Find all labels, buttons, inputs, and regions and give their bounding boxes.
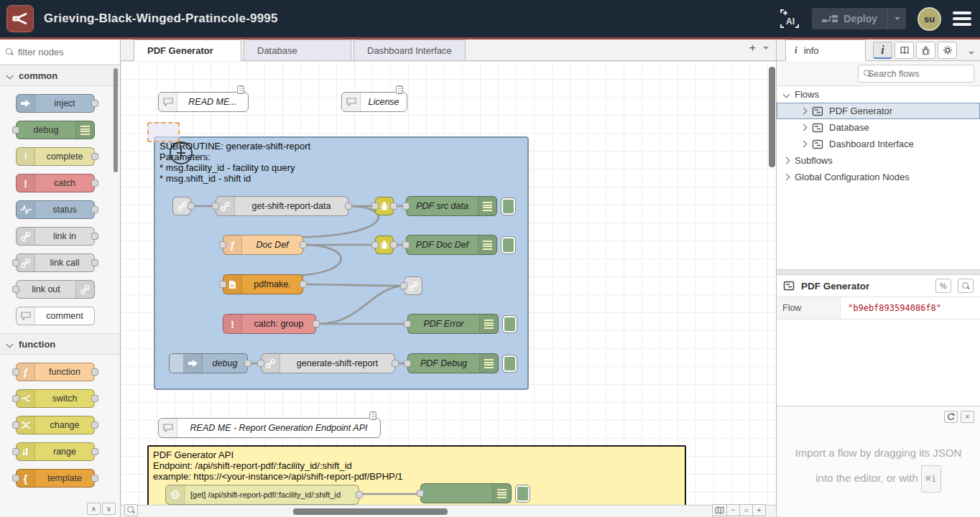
port[interactable] (404, 360, 411, 367)
palette-node-function[interactable]: f function (16, 363, 95, 381)
main-menu-button[interactable] (953, 11, 971, 26)
close-tip-button[interactable]: × (961, 411, 974, 423)
ai-assistant-button[interactable]: AI (779, 8, 800, 29)
link-out-node[interactable] (404, 276, 422, 295)
port[interactable] (400, 282, 407, 289)
zoom-reset-button[interactable]: ○ (739, 504, 753, 516)
link-call-node-get-shift-report-data[interactable]: get-shift-report-data (216, 196, 348, 216)
palette-node-comment[interactable]: comment (16, 307, 95, 325)
port[interactable] (257, 360, 264, 367)
canvas-horizontal-scrollbar[interactable] (293, 508, 448, 515)
tree-item-global-config[interactable]: Global Configuration Nodes (777, 169, 980, 185)
zoom-out-button[interactable]: − (726, 504, 740, 516)
link-call-node-generate-shift-report[interactable]: generate-shift-report (261, 353, 395, 373)
palette-node-change[interactable]: change (16, 416, 95, 434)
pdfmake-node[interactable]: pdfmake. (223, 274, 303, 294)
comment-node-readme[interactable]: READ ME... (158, 92, 249, 112)
palette-node-link-call[interactable]: link call (16, 253, 95, 272)
port[interactable] (417, 490, 424, 497)
bug-node[interactable] (375, 197, 394, 215)
link-in-node[interactable] (172, 197, 191, 215)
debug-toggle-button[interactable] (502, 315, 517, 333)
port[interactable] (371, 202, 379, 210)
function-node-doc-def[interactable]: f Doc Def (223, 235, 303, 255)
sidebar-debug-button[interactable] (916, 42, 935, 59)
palette-node-inject[interactable]: inject (16, 94, 95, 113)
palette-section-common[interactable]: common (0, 65, 120, 86)
deploy-options-caret[interactable] (887, 8, 906, 29)
deploy-button[interactable]: Deploy (812, 8, 906, 29)
sidebar-info-button[interactable]: i (873, 42, 892, 59)
sidebar-config-button[interactable] (938, 42, 957, 59)
port[interactable] (212, 202, 219, 210)
palette-filter[interactable] (0, 39, 120, 65)
palette-scroll-down-button[interactable]: ∨ (102, 503, 116, 515)
palette-scroll-up-button[interactable]: ∧ (87, 503, 101, 515)
tree-item-flows[interactable]: Flows (777, 86, 980, 103)
palette-section-function[interactable]: function (0, 333, 120, 355)
palette-node-switch[interactable]: switch (16, 389, 95, 408)
add-flow-button[interactable]: + (749, 42, 756, 54)
debug-node-pdf-src-data[interactable]: PDF src data (406, 196, 497, 216)
sidebar-help-button[interactable] (895, 42, 914, 59)
workspace[interactable]: SUBROUTINE: generate-shift-report Parame… (121, 61, 776, 517)
port[interactable] (390, 241, 397, 248)
debug-node-pdf-doc-def[interactable]: PDF Doc Def (406, 235, 497, 255)
port[interactable] (244, 360, 251, 367)
debug-toggle-button[interactable] (501, 197, 516, 215)
port[interactable] (404, 320, 411, 327)
refresh-tip-button[interactable] (944, 411, 958, 423)
details-search-button[interactable] (958, 279, 974, 293)
tree-item-dashboard-interface[interactable]: Dashboard Interface (777, 136, 980, 152)
tab-dashboard-interface[interactable]: Dashboard Interface (353, 39, 466, 60)
search-flows-input[interactable] (868, 69, 980, 79)
sidebar-tabs-caret[interactable] (969, 52, 974, 57)
catch-node-group[interactable]: ! catch: group (223, 314, 316, 334)
canvas-search-button[interactable] (124, 504, 138, 516)
navigator-button[interactable] (712, 504, 727, 516)
port[interactable] (219, 241, 226, 248)
palette-filter-input[interactable] (18, 47, 104, 57)
inject-node-debug[interactable]: debug (169, 353, 248, 373)
palette-node-catch[interactable]: ! catch (16, 174, 95, 192)
port[interactable] (345, 202, 352, 210)
port[interactable] (402, 241, 410, 248)
palette-node-status[interactable]: status (16, 200, 95, 219)
tree-item-pdf-generator[interactable]: PDF Generator (777, 103, 980, 119)
palette-node-complete[interactable]: ! complete (16, 147, 95, 166)
debug-toggle-button[interactable] (515, 485, 530, 503)
port[interactable] (313, 320, 320, 327)
copy-link-button[interactable]: % (935, 279, 951, 293)
http-in-node[interactable]: [get] /api/shift-report-pdf/:facility_id… (165, 485, 359, 505)
comment-node-license[interactable]: License (341, 92, 407, 112)
palette-node-link-in[interactable]: link in (16, 227, 95, 246)
port[interactable] (188, 202, 195, 210)
canvas-vertical-scrollbar[interactable] (769, 67, 775, 167)
user-avatar[interactable]: su (917, 7, 941, 31)
debug-toggle-button[interactable] (502, 355, 517, 373)
zoom-in-button[interactable]: + (752, 504, 766, 516)
debug-node-clipped[interactable] (420, 483, 512, 503)
port[interactable] (371, 241, 379, 248)
debug-toggle-button[interactable] (501, 236, 516, 254)
tree-item-subflows[interactable]: Subflows (777, 152, 980, 169)
palette-node-debug[interactable]: debug (16, 121, 95, 139)
comment-node-api-readme[interactable]: READ ME - Report Generation Endpoint API (158, 418, 381, 438)
debug-node-pdf-debug[interactable]: PDF Debug (407, 353, 499, 373)
inject-trigger-button[interactable] (170, 354, 184, 373)
port[interactable] (390, 202, 397, 210)
tab-pdf-generator[interactable]: PDF Generator (134, 39, 241, 61)
palette-node-range[interactable]: range (16, 442, 95, 461)
palette-node-link-out[interactable]: link out (16, 280, 95, 299)
port[interactable] (219, 281, 226, 288)
flow-list-caret[interactable] (763, 47, 769, 52)
port[interactable] (392, 360, 399, 367)
bug-node[interactable] (375, 236, 394, 254)
tree-item-database[interactable]: Database (777, 119, 980, 136)
search-flows-box[interactable] (858, 65, 974, 83)
palette-node-template[interactable]: { template (16, 469, 95, 488)
palette-scrollbar[interactable] (114, 68, 118, 172)
port[interactable] (300, 281, 307, 288)
debug-node-pdf-error[interactable]: PDF Error (407, 314, 499, 334)
port[interactable] (402, 202, 410, 210)
